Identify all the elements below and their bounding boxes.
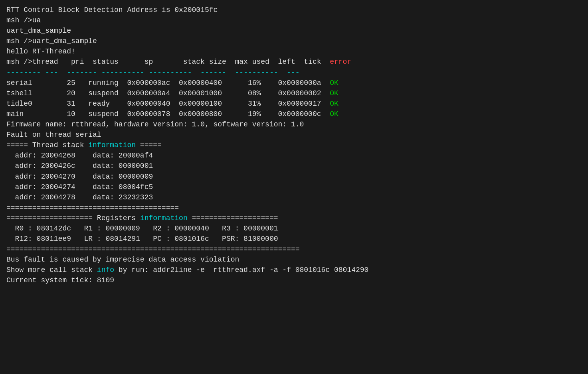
terminal-text-span: serial 25 running 0x000000ac 0x00000400 …	[6, 79, 330, 87]
terminal-text-span: ====================	[188, 214, 278, 222]
terminal-text-span: information	[140, 214, 188, 222]
terminal-line: uart_dma_sample	[6, 26, 582, 36]
terminal-line: hello RT-Thread!	[6, 46, 582, 57]
terminal-line: Fault on thread serial	[6, 130, 582, 140]
terminal-line: tshell 20 suspend 0x000000a4 0x00001000 …	[6, 88, 582, 98]
terminal-line: RTT Control Block Detection Address is 0…	[6, 5, 582, 15]
terminal-line: addr: 2000426c data: 00000001	[6, 161, 582, 171]
terminal-line: addr: 20004274 data: 08004fc5	[6, 182, 582, 192]
terminal-text-span: tidle0 31 ready 0x00000040 0x00000100 31…	[6, 100, 330, 108]
terminal-text-span: ===== Thread stack	[6, 141, 88, 149]
terminal-line: Current system tick: 8109	[6, 275, 582, 285]
terminal-line: Firmware name: rtthread, hardware versio…	[6, 119, 582, 130]
terminal-text-span: information	[88, 141, 136, 149]
terminal-line: ========================================	[6, 203, 582, 213]
terminal-line: Bus fault is caused by imprecise data ac…	[6, 254, 582, 265]
terminal-text-span: error	[330, 58, 351, 66]
terminal-text-span: by run: addr2line -e rtthread.axf -a -f …	[114, 266, 368, 274]
terminal-line: R0 : 080142dc R1 : 00000009 R2 : 0000004…	[6, 223, 582, 234]
terminal-line: ========================================…	[6, 244, 582, 254]
terminal-text-span: OK	[330, 79, 339, 87]
terminal-text-span: tshell 20 suspend 0x000000a4 0x00001000 …	[6, 89, 330, 97]
terminal-line: tidle0 31 ready 0x00000040 0x00000100 31…	[6, 98, 582, 109]
terminal-text-span: msh />thread pri status sp stack size ma…	[6, 58, 330, 66]
terminal-line: msh />ua	[6, 15, 582, 26]
terminal-line: ===== Thread stack information =====	[6, 140, 582, 150]
terminal-line: Show more call stack info by run: addr2l…	[6, 265, 582, 275]
terminal-line: msh />thread pri status sp stack size ma…	[6, 57, 582, 67]
terminal-line: ==================== Registers informati…	[6, 213, 582, 223]
terminal-text-span: Show more call stack	[6, 266, 97, 274]
terminal-text-span: ==================== Registers	[6, 214, 140, 222]
terminal-text-span: OK	[330, 110, 339, 118]
terminal-line: main 10 suspend 0x00000078 0x00000800 19…	[6, 109, 582, 119]
terminal-line: -------- --- ------- ---------- --------…	[6, 67, 582, 78]
terminal-text-span: OK	[330, 89, 339, 97]
terminal-line: addr: 20004278 data: 23232323	[6, 192, 582, 203]
terminal-line: R12: 08011ee9 LR : 08014291 PC : 0801016…	[6, 234, 582, 244]
terminal-output: RTT Control Block Detection Address is 0…	[6, 5, 582, 286]
terminal-line: addr: 20004268 data: 20000af4	[6, 150, 582, 161]
terminal-text-span: info	[97, 266, 114, 274]
terminal-text-span: OK	[330, 100, 339, 108]
terminal-text-span: =====	[136, 141, 162, 149]
terminal-line: msh />uart_dma_sample	[6, 36, 582, 46]
terminal-text-span: -------- --- ------- ---------- --------…	[6, 69, 300, 77]
terminal-text-span: main 10 suspend 0x00000078 0x00000800 19…	[6, 110, 330, 118]
terminal-line: addr: 20004270 data: 00000009	[6, 171, 582, 182]
terminal-line: serial 25 running 0x000000ac 0x00000400 …	[6, 78, 582, 88]
